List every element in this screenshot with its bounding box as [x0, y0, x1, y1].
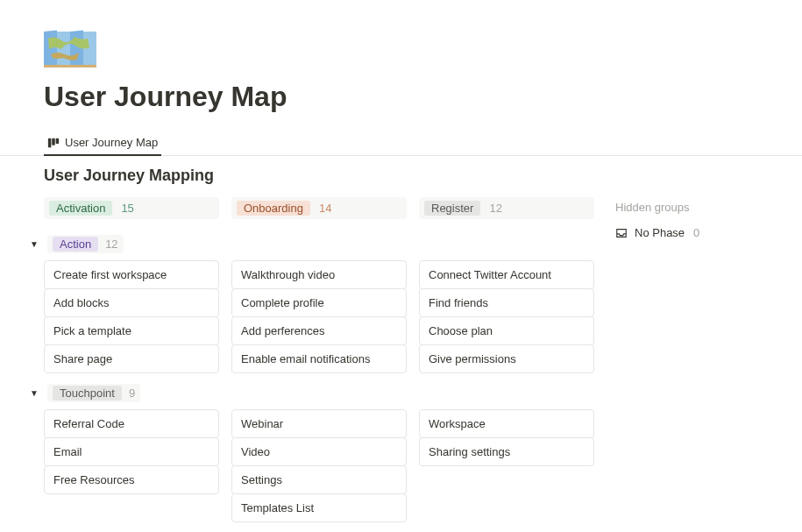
page-icon[interactable] [44, 28, 96, 70]
column-count: 12 [489, 202, 501, 215]
hidden-group-label: No Phase [635, 226, 685, 239]
hidden-groups-title: Hidden groups [615, 197, 758, 214]
column-header-onboarding[interactable]: Onboarding14 [231, 197, 407, 219]
column-count: 15 [121, 202, 133, 215]
card[interactable]: Settings [231, 465, 407, 494]
card[interactable]: Add blocks [44, 288, 219, 317]
column-pill: Activation [49, 201, 112, 216]
svg-rect-5 [48, 138, 52, 147]
card[interactable]: Connect Twitter Account [419, 260, 594, 289]
svg-rect-3 [83, 32, 96, 67]
group-pill: Action [53, 237, 98, 252]
svg-rect-0 [44, 30, 57, 67]
hidden-group-count: 0 [693, 226, 699, 239]
card[interactable]: Email [44, 437, 219, 466]
group-toggle-icon[interactable]: ▼ [28, 388, 40, 398]
card[interactable]: Workspace [419, 409, 594, 438]
card[interactable]: Pick a template [44, 316, 219, 345]
card[interactable]: Give permissions [419, 344, 594, 373]
card[interactable]: Referral Code [44, 409, 219, 438]
svg-rect-1 [57, 32, 70, 67]
svg-rect-7 [56, 138, 60, 143]
group-toggle-icon[interactable]: ▼ [28, 239, 40, 249]
card[interactable]: Choose plan [419, 316, 594, 345]
card[interactable]: Webinar [231, 409, 407, 438]
tab-label: User Journey Map [65, 136, 158, 149]
group-count: 9 [129, 387, 135, 400]
card[interactable]: Create first workspace [44, 260, 219, 289]
column-header-activation[interactable]: Activation15 [44, 197, 219, 219]
group-pill: Touchpoint [53, 386, 122, 401]
inbox-icon [615, 227, 628, 239]
column-header-register[interactable]: Register12 [419, 197, 594, 219]
svg-rect-6 [52, 138, 55, 145]
card[interactable]: Sharing settings [419, 437, 594, 466]
hidden-group-item[interactable]: No Phase0 [615, 226, 758, 239]
column-pill: Onboarding [237, 201, 310, 216]
card[interactable]: Find friends [419, 288, 594, 317]
hidden-groups-panel: Hidden groups No Phase0 [607, 197, 758, 522]
page-title: User Journey Map [44, 81, 758, 113]
board-icon [47, 137, 60, 149]
group-header-touchpoint[interactable]: Touchpoint9 [47, 384, 140, 402]
column-count: 14 [319, 202, 331, 215]
card[interactable]: Video [231, 437, 407, 466]
card[interactable]: Templates List [231, 493, 407, 522]
group-count: 12 [105, 238, 117, 251]
view-tabs: User Journey Map [0, 131, 802, 156]
card[interactable]: Share page [44, 344, 219, 373]
svg-rect-4 [44, 65, 96, 67]
card[interactable]: Complete profile [231, 288, 407, 317]
section-title: User Journey Mapping [44, 167, 758, 185]
card[interactable]: Add perferences [231, 316, 407, 345]
group-header-action[interactable]: Action12 [47, 235, 124, 253]
card[interactable]: Enable email notifications [231, 344, 407, 373]
column-pill: Register [424, 201, 480, 216]
card[interactable]: Walkthrough video [231, 260, 407, 289]
tab-user-journey-map[interactable]: User Journey Map [44, 131, 161, 156]
card[interactable]: Free Resources [44, 465, 219, 494]
